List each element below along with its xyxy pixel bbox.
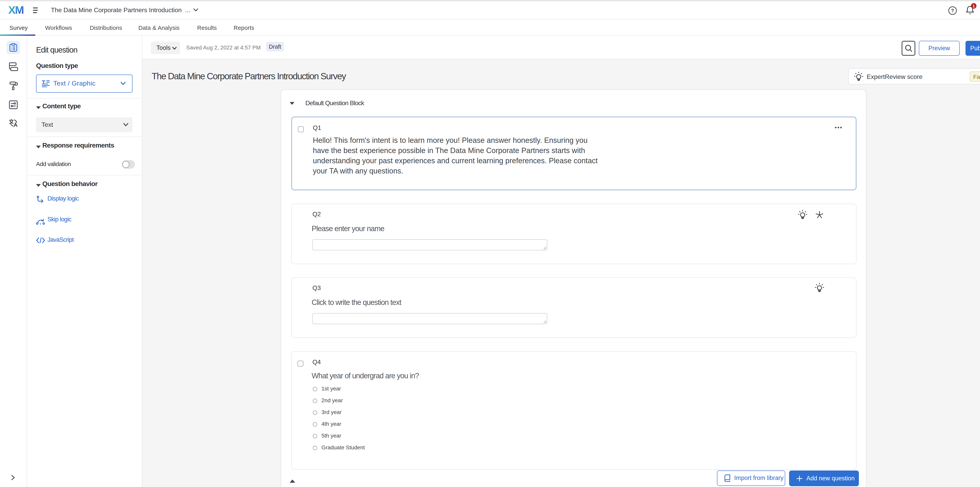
svg-text:?: ? <box>951 8 954 13</box>
svg-text:XM: XM <box>9 5 24 14</box>
